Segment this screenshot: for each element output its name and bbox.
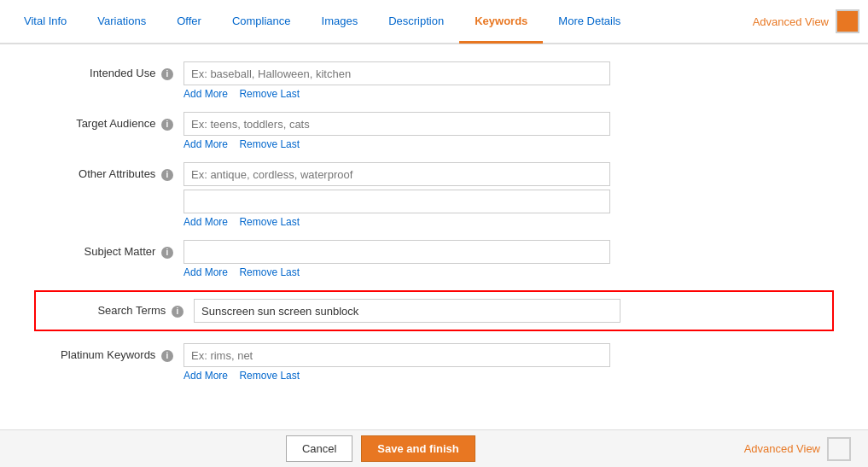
other-attributes-links: Add More Remove Last [184, 216, 834, 228]
target-audience-add-more[interactable]: Add More [184, 138, 228, 150]
intended-use-field-group: Add More Remove Last [184, 61, 834, 100]
other-attributes-remove-last[interactable]: Remove Last [239, 216, 300, 228]
intended-use-row: Intended Use i Add More Remove Last [34, 61, 834, 100]
subject-matter-add-more[interactable]: Add More [184, 266, 228, 278]
intended-use-label: Intended Use i [34, 61, 184, 80]
tab-keywords[interactable]: Keywords [459, 1, 543, 44]
target-audience-input[interactable] [184, 112, 610, 136]
footer-actions: Cancel Save and finish [17, 435, 744, 462]
platinum-keywords-add-more[interactable]: Add More [184, 370, 228, 382]
subject-matter-input[interactable] [184, 240, 610, 264]
target-audience-row: Target Audience i Add More Remove Last [34, 112, 834, 150]
subject-matter-field-group: Add More Remove Last [184, 240, 834, 278]
platinum-keywords-input[interactable] [184, 343, 610, 367]
target-audience-label: Target Audience i [34, 112, 184, 131]
tab-variations[interactable]: Variations [82, 1, 161, 44]
target-audience-remove-last[interactable]: Remove Last [239, 138, 300, 150]
target-audience-field-group: Add More Remove Last [184, 112, 834, 150]
intended-use-info-icon[interactable]: i [161, 68, 173, 80]
cancel-button[interactable]: Cancel [286, 435, 352, 462]
subject-matter-remove-last[interactable]: Remove Last [239, 266, 300, 278]
tab-images[interactable]: Images [306, 1, 374, 44]
subject-matter-row: Subject Matter i Add More Remove Last [34, 240, 834, 278]
platinum-keywords-remove-last[interactable]: Remove Last [239, 370, 300, 382]
subject-matter-info-icon[interactable]: i [161, 247, 173, 259]
platinum-keywords-row: Platinum Keywords i Add More Remove Last [34, 343, 834, 382]
advanced-view-header: Advanced View [753, 9, 859, 33]
platinum-keywords-info-icon[interactable]: i [161, 350, 173, 362]
search-terms-field-group [194, 299, 824, 323]
intended-use-add-more[interactable]: Add More [184, 88, 228, 100]
save-finish-button[interactable]: Save and finish [361, 435, 475, 462]
platinum-keywords-field-group: Add More Remove Last [184, 343, 834, 382]
search-terms-info-icon[interactable]: i [172, 306, 184, 318]
target-audience-links: Add More Remove Last [184, 138, 834, 150]
top-navigation: Vital Info Variations Offer Compliance I… [0, 0, 868, 44]
subject-matter-links: Add More Remove Last [184, 266, 834, 278]
other-attributes-row: Other Attributes i Add More Remove Last [34, 162, 834, 228]
intended-use-remove-last[interactable]: Remove Last [239, 88, 300, 100]
search-terms-input[interactable] [194, 299, 620, 323]
other-attributes-input-2[interactable] [184, 190, 610, 213]
search-terms-wrapper: Search Terms i [34, 290, 834, 331]
other-attributes-info-icon[interactable]: i [161, 169, 173, 181]
other-attributes-add-more[interactable]: Add More [184, 216, 228, 228]
footer: Cancel Save and finish Advanced View [0, 429, 868, 467]
search-terms-label: Search Terms i [44, 304, 194, 318]
target-audience-info-icon[interactable]: i [161, 119, 173, 131]
advanced-view-footer-toggle[interactable] [827, 437, 851, 461]
advanced-view-header-toggle[interactable] [836, 9, 859, 33]
intended-use-input[interactable] [184, 61, 610, 85]
main-content: Intended Use i Add More Remove Last Targ… [0, 44, 868, 411]
platinum-keywords-links: Add More Remove Last [184, 370, 834, 382]
other-attributes-input-1[interactable] [184, 162, 610, 186]
platinum-keywords-label: Platinum Keywords i [34, 343, 184, 362]
advanced-view-footer: Advanced View [744, 437, 851, 461]
tab-more-details[interactable]: More Details [543, 1, 636, 44]
advanced-view-header-label: Advanced View [753, 15, 829, 28]
tab-compliance[interactable]: Compliance [217, 1, 306, 44]
tab-offer[interactable]: Offer [161, 1, 217, 44]
other-attributes-field-group: Add More Remove Last [184, 162, 834, 228]
tab-description[interactable]: Description [373, 1, 459, 44]
subject-matter-label: Subject Matter i [34, 240, 184, 259]
intended-use-links: Add More Remove Last [184, 88, 834, 100]
advanced-view-footer-label: Advanced View [744, 442, 820, 455]
tab-vital-info[interactable]: Vital Info [9, 1, 82, 44]
other-attributes-label: Other Attributes i [34, 162, 184, 181]
